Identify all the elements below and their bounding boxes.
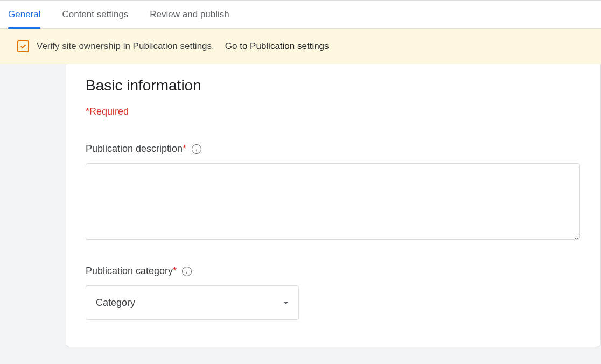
banner-text: Verify site ownership in Publication set…	[37, 41, 214, 52]
info-icon[interactable]: i	[192, 144, 201, 154]
page-background: Basic information *Required Publication …	[0, 64, 601, 364]
category-label-row: Publication category* i	[86, 265, 581, 277]
tab-general[interactable]: General	[8, 0, 40, 29]
chevron-down-icon	[283, 302, 289, 304]
required-note: *Required	[86, 106, 581, 117]
tab-content-settings[interactable]: Content settings	[62, 0, 128, 29]
publication-category-select[interactable]: Category	[86, 285, 299, 320]
checkbox-alert-icon	[17, 40, 29, 52]
banner-link-publication-settings[interactable]: Go to Publication settings	[225, 41, 329, 52]
basic-information-card: Basic information *Required Publication …	[66, 64, 601, 347]
tab-review-publish[interactable]: Review and publish	[150, 0, 229, 29]
tabs-bar: General Content settings Review and publ…	[0, 0, 601, 29]
publication-description-label: Publication description*	[86, 143, 186, 155]
publication-description-input[interactable]	[86, 163, 580, 240]
publication-category-label: Publication category*	[86, 265, 177, 277]
card-title: Basic information	[86, 77, 581, 94]
description-label-row: Publication description* i	[86, 143, 581, 155]
info-icon[interactable]: i	[182, 267, 192, 276]
select-placeholder: Category	[96, 297, 135, 309]
verify-banner: Verify site ownership in Publication set…	[0, 29, 601, 64]
